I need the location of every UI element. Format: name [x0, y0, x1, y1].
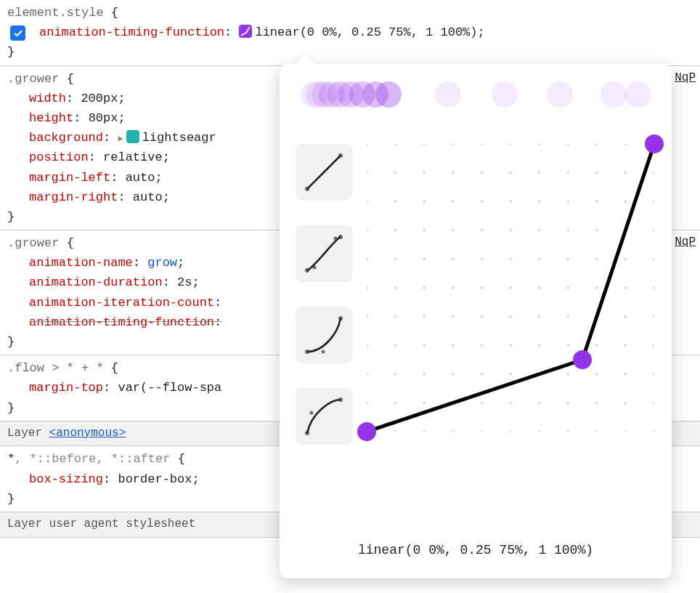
- property-value[interactable]: auto: [126, 171, 155, 185]
- property-name[interactable]: position: [29, 150, 89, 164]
- curve-grid-icon: [367, 144, 654, 432]
- selector-part-active[interactable]: *: [7, 452, 15, 466]
- svg-point-77: [653, 286, 654, 289]
- property-value[interactable]: grow: [147, 256, 177, 270]
- svg-point-30: [566, 172, 569, 174]
- svg-point-14: [423, 144, 426, 145]
- svg-point-65: [624, 257, 627, 260]
- property-name[interactable]: margin-top: [29, 381, 103, 395]
- svg-point-116: [509, 401, 512, 404]
- property-value[interactable]: border-box: [118, 472, 192, 486]
- svg-point-97: [595, 344, 598, 347]
- svg-point-28: [509, 172, 512, 174]
- property-name[interactable]: width: [29, 92, 66, 105]
- svg-point-53: [595, 229, 598, 232]
- property-name[interactable]: animation-duration: [29, 275, 163, 289]
- svg-point-19: [566, 144, 569, 145]
- svg-point-70: [452, 286, 455, 289]
- source-link[interactable]: NqP: [675, 233, 696, 252]
- easing-curve-editor[interactable]: [367, 144, 654, 432]
- selector-text[interactable]: element.style: [7, 6, 104, 20]
- property-name[interactable]: animation-timing-function: [39, 25, 224, 39]
- property-name[interactable]: animation-timing-function: [29, 315, 214, 329]
- animation-preview-row: [297, 81, 654, 115]
- preset-ease-in[interactable]: [296, 307, 352, 363]
- property-value[interactable]: 80px: [89, 111, 118, 125]
- selector-text[interactable]: .grower: [7, 236, 59, 250]
- easing-value-text[interactable]: linear(0 0%, 0.25 75%, 1 100%): [280, 540, 672, 561]
- property-enabled-checkbox[interactable]: [10, 25, 25, 41]
- svg-point-121: [653, 401, 654, 404]
- property-value[interactable]: relative: [103, 150, 163, 164]
- curve-handle[interactable]: [357, 422, 376, 441]
- open-brace: {: [111, 6, 118, 20]
- svg-point-94: [509, 344, 512, 347]
- svg-point-39: [509, 200, 512, 203]
- svg-point-75: [595, 286, 598, 289]
- svg-point-91: [423, 344, 426, 347]
- preset-ease-out[interactable]: [296, 388, 352, 445]
- svg-point-93: [480, 344, 483, 347]
- svg-point-25: [423, 172, 426, 174]
- svg-point-104: [480, 373, 483, 376]
- svg-point-46: [394, 229, 397, 232]
- preset-linear[interactable]: [296, 144, 352, 201]
- svg-point-99: [653, 344, 654, 347]
- curve-handle[interactable]: [645, 134, 664, 153]
- svg-point-61: [509, 257, 512, 260]
- svg-point-83: [509, 315, 512, 318]
- svg-point-56: [367, 257, 368, 260]
- selector-part-rest[interactable]: , *::before, *::after: [15, 452, 170, 466]
- property-value[interactable]: linear(0 0%, 0.25 75%, 1 100%): [255, 25, 477, 39]
- property-name[interactable]: animation-iteration-count: [29, 296, 214, 310]
- curve-handle[interactable]: [573, 350, 592, 369]
- svg-point-73: [538, 286, 541, 289]
- declaration[interactable]: animation-timing-function: linear(0 0%, …: [7, 23, 696, 42]
- property-name[interactable]: background: [29, 131, 103, 145]
- property-value[interactable]: 200px: [81, 92, 118, 105]
- svg-point-27: [480, 172, 483, 174]
- expand-shorthand-icon[interactable]: ▶: [118, 132, 123, 146]
- layer-anonymous-link[interactable]: <anonymous>: [49, 427, 126, 440]
- svg-point-66: [653, 257, 654, 260]
- svg-point-128: [538, 430, 541, 432]
- property-value[interactable]: 2s: [177, 275, 192, 289]
- svg-point-119: [595, 401, 598, 404]
- property-value[interactable]: auto: [133, 190, 163, 204]
- svg-point-21: [624, 144, 627, 145]
- svg-point-49: [480, 229, 483, 232]
- svg-point-35: [394, 200, 397, 203]
- color-swatch-icon[interactable]: [126, 130, 139, 143]
- easing-swatch-icon[interactable]: [239, 25, 252, 38]
- selector-text[interactable]: .flow > * + *: [7, 361, 104, 375]
- svg-point-11: [310, 411, 314, 415]
- svg-point-74: [566, 286, 569, 289]
- property-value[interactable]: lightseagr: [142, 131, 216, 145]
- source-link[interactable]: NqP: [675, 69, 696, 88]
- svg-point-103: [452, 373, 455, 376]
- svg-point-100: [367, 373, 368, 376]
- property-name[interactable]: margin-right: [29, 190, 118, 204]
- svg-point-123: [394, 430, 397, 432]
- property-value[interactable]: var(--flow-spa: [118, 381, 221, 395]
- svg-point-72: [509, 286, 512, 289]
- selector-text[interactable]: .grower: [7, 72, 59, 86]
- svg-point-127: [509, 430, 512, 432]
- property-name[interactable]: box-sizing: [29, 472, 103, 486]
- svg-point-57: [394, 257, 397, 260]
- svg-point-132: [653, 430, 654, 432]
- svg-point-92: [452, 344, 455, 347]
- svg-point-23: [367, 172, 368, 174]
- svg-point-79: [394, 315, 397, 318]
- svg-point-58: [423, 257, 426, 260]
- property-name[interactable]: height: [29, 111, 73, 125]
- svg-point-13: [394, 144, 397, 145]
- svg-point-40: [538, 200, 541, 203]
- preset-ease[interactable]: [296, 225, 352, 282]
- svg-point-45: [367, 229, 368, 232]
- property-name[interactable]: margin-left: [29, 171, 110, 185]
- svg-point-76: [624, 286, 627, 289]
- property-name[interactable]: animation-name: [29, 256, 133, 270]
- svg-point-78: [367, 315, 368, 318]
- layer-label: Layer: [7, 427, 49, 440]
